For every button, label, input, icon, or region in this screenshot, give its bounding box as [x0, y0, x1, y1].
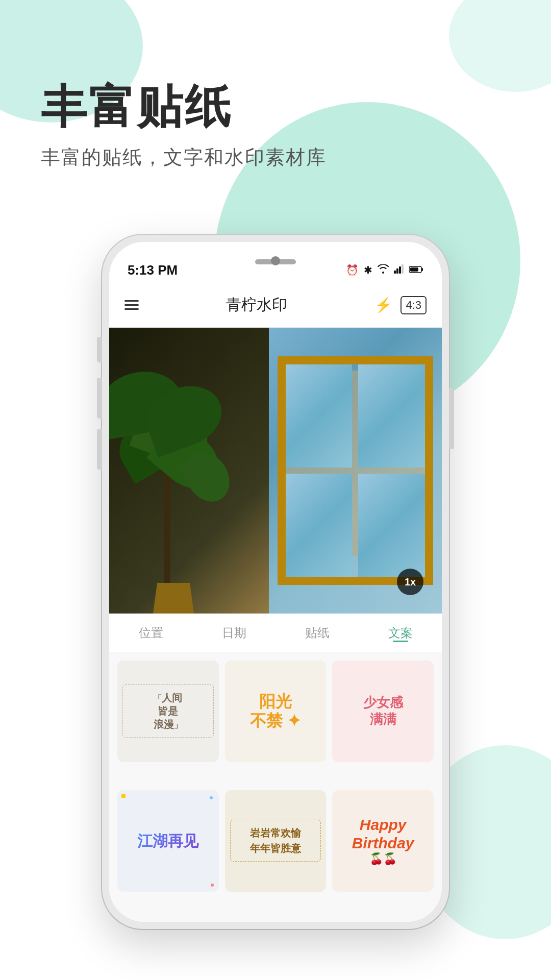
- photo-preview: 1x: [109, 328, 442, 614]
- battery-icon: [409, 264, 423, 276]
- phone-inner-shell: 5:13 PM ⏰ ✱: [109, 242, 442, 922]
- sticker-grid: 「人间皆是浪漫」 阳光不禁 ✦ 少女感满满: [109, 652, 442, 922]
- svg-rect-5: [421, 268, 423, 271]
- sticker-text-3: 少女感满满: [358, 689, 408, 734]
- bg-blob-top-right: [449, 0, 551, 92]
- sticker-item-3[interactable]: 少女感满满: [332, 660, 434, 762]
- sticker-text-1: 「人间皆是浪漫」: [122, 684, 214, 738]
- status-time: 5:13 PM: [128, 262, 178, 278]
- phone-button-power: [449, 388, 454, 449]
- svg-rect-2: [399, 266, 401, 274]
- sticker-text-6: Happy Birthday 🍒🍒: [348, 812, 418, 870]
- plant-pot: [153, 583, 194, 614]
- window-frame: [278, 356, 433, 585]
- tab-sticker[interactable]: 贴纸: [276, 625, 359, 641]
- phone-outer-shell: 5:13 PM ⏰ ✱: [102, 235, 449, 929]
- menu-line-3: [124, 308, 139, 310]
- zoom-level: 1x: [405, 576, 416, 588]
- phone-button-volume-down: [97, 429, 102, 470]
- phone-mockup: 5:13 PM ⏰ ✱: [102, 235, 449, 929]
- sticker-text-4: 江湖再见: [132, 826, 204, 856]
- app-title: 青柠水印: [226, 295, 287, 315]
- zoom-badge[interactable]: 1x: [397, 569, 423, 595]
- menu-line-2: [124, 304, 139, 306]
- app-header-bar: 青柠水印 ⚡ 4:3: [109, 283, 442, 328]
- phone-screen: 5:13 PM ⏰ ✱: [109, 242, 442, 922]
- window-pane-2: [358, 364, 425, 468]
- window-pane-4: [358, 474, 425, 577]
- sticker-text-2: 阳光不禁 ✦: [245, 687, 306, 736]
- header-section: 丰富贴纸 丰富的贴纸，文字和水印素材库: [41, 82, 327, 170]
- sticker-item-1[interactable]: 「人间皆是浪漫」: [117, 660, 219, 762]
- phone-button-mute: [97, 337, 102, 362]
- svg-rect-0: [394, 271, 396, 274]
- subtitle: 丰富的贴纸，文字和水印素材库: [41, 144, 327, 170]
- flash-icon[interactable]: ⚡: [374, 297, 392, 313]
- tab-copy[interactable]: 文案: [359, 625, 442, 641]
- sticker-item-2[interactable]: 阳光不禁 ✦: [225, 660, 327, 762]
- sticker-text-5: 岩岩常欢愉年年皆胜意: [230, 820, 321, 862]
- svg-rect-3: [402, 264, 404, 274]
- sticker-item-6[interactable]: Happy Birthday 🍒🍒: [332, 790, 434, 892]
- signal-icon: [394, 264, 404, 276]
- sticker-item-4[interactable]: 江湖再见: [117, 790, 219, 892]
- menu-button[interactable]: [124, 300, 139, 310]
- main-title: 丰富贴纸: [41, 82, 327, 132]
- window-pane-1: [286, 364, 353, 468]
- ratio-badge[interactable]: 4:3: [400, 296, 427, 314]
- svg-rect-1: [396, 268, 398, 274]
- tab-date[interactable]: 日期: [192, 625, 276, 641]
- tab-location[interactable]: 位置: [109, 625, 192, 641]
- svg-rect-6: [410, 267, 418, 272]
- phone-button-volume-up: [97, 378, 102, 419]
- photo-content: 1x: [109, 328, 442, 614]
- phone-front-camera: [271, 256, 280, 265]
- window-pane-3: [286, 474, 353, 577]
- wifi-icon: [378, 264, 389, 276]
- alarm-icon: ⏰: [346, 264, 359, 276]
- header-right-controls: ⚡ 4:3: [374, 296, 427, 314]
- sticker-item-5[interactable]: 岩岩常欢愉年年皆胜意: [225, 790, 327, 892]
- menu-line-1: [124, 300, 139, 302]
- bluetooth-icon: ✱: [364, 264, 372, 276]
- tab-bar: 位置 日期 贴纸 文案: [109, 614, 442, 652]
- plant-decoration: [109, 356, 292, 614]
- status-icons: ⏰ ✱: [346, 264, 423, 276]
